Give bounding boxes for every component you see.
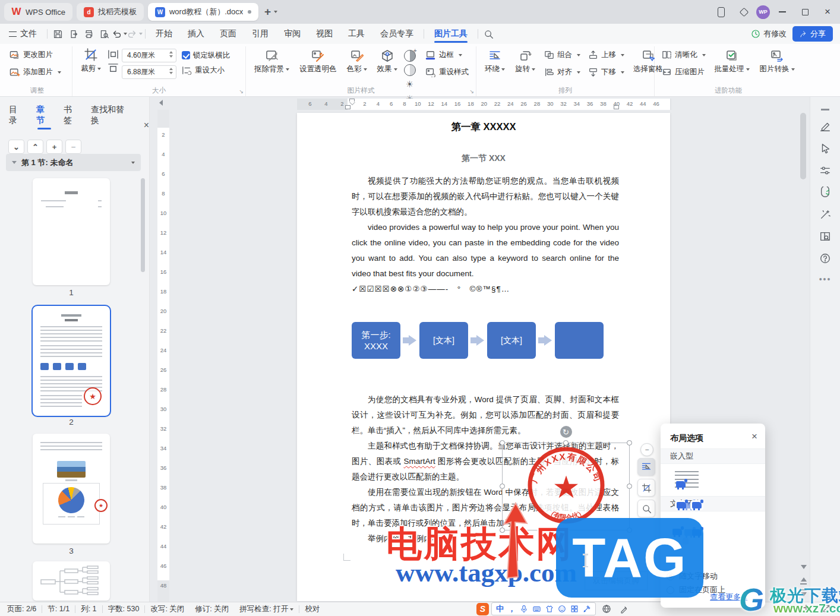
status-section[interactable]: 节: 1/1 — [42, 604, 75, 614]
section-menu-icon[interactable] — [131, 162, 135, 164]
section-up-button[interactable]: ⌃ — [27, 140, 43, 154]
tab-tools[interactable]: 工具 — [340, 24, 372, 44]
smartart[interactable]: 第一步:XXXX [文本] [文本] — [352, 322, 604, 359]
tab-home[interactable]: 开始 — [148, 24, 180, 44]
tab-document[interactable]: W word教程（新）.docx — [148, 3, 258, 21]
remove-background-button[interactable]: 抠除背景 — [251, 48, 293, 76]
color-button[interactable]: 色彩 — [343, 48, 371, 76]
set-transparent-button[interactable]: 设置透明色 — [296, 48, 340, 76]
page-thumbnail-2[interactable]: ★ — [33, 306, 110, 416]
sidebar-close-icon[interactable]: × — [144, 121, 149, 129]
status-word-count[interactable]: 字数: 530 — [103, 604, 145, 614]
page-thumbnail-1[interactable] — [33, 178, 110, 285]
right-indent-marker[interactable] — [614, 105, 619, 109]
page-thumbnail-4[interactable] — [33, 561, 110, 601]
tab-list-chevron-icon[interactable] — [274, 11, 277, 13]
sidebar-tab-bookmarks[interactable]: 书签 — [64, 105, 80, 129]
file-menu[interactable]: 文件 — [0, 24, 45, 44]
tab-insert[interactable]: 插入 — [180, 24, 212, 44]
ime-emoji-icon[interactable] — [558, 605, 566, 613]
section-add-button[interactable]: + — [46, 140, 62, 154]
handwriting-pencil-icon[interactable] — [620, 605, 629, 614]
border-button[interactable]: 边框 — [423, 48, 471, 62]
window-close-button[interactable]: × — [817, 4, 838, 20]
tab-page[interactable]: 页面 — [212, 24, 244, 44]
vertical-ruler[interactable]: 2468101214161820222426283032343638404244… — [157, 110, 169, 602]
bring-forward-button[interactable]: 上移 — [586, 48, 627, 62]
contrast-up-icon[interactable]: + — [404, 50, 416, 62]
modified-status[interactable]: 有修改 — [751, 29, 787, 39]
print-preview-button[interactable] — [96, 26, 112, 42]
panel-close-icon[interactable]: × — [751, 431, 757, 443]
compress-picture-button[interactable]: 压缩图片 — [659, 65, 708, 80]
sidebar-scrollbar[interactable] — [141, 178, 145, 272]
status-proofread[interactable]: 校对 — [299, 604, 325, 614]
sogou-logo-icon[interactable]: S — [476, 603, 489, 615]
size-expander-icon[interactable]: ↘ — [239, 89, 244, 94]
smartart-box-4[interactable] — [555, 322, 604, 359]
tab-view[interactable]: 视图 — [308, 24, 340, 44]
reset-size-button[interactable]: 重设大小 — [179, 65, 233, 75]
ime-punct-toggle[interactable]: ， — [508, 604, 516, 614]
effect-button[interactable]: 效果 — [374, 48, 401, 76]
left-indent-marker[interactable] — [345, 105, 350, 109]
batch-process-button[interactable]: 批量处理 — [711, 48, 753, 76]
redo-button[interactable] — [127, 26, 143, 42]
status-track-changes[interactable]: 修订: 关闭 — [190, 604, 234, 614]
panel-collapse-icon[interactable] — [159, 100, 163, 106]
group-button[interactable]: 组合 — [542, 48, 583, 62]
resize-handle[interactable] — [563, 440, 569, 446]
edit-pen-icon[interactable] — [819, 121, 831, 132]
share-button[interactable]: 分享 — [792, 26, 833, 42]
crop-button[interactable]: 裁剪 — [77, 48, 105, 75]
redo-chevron-icon[interactable] — [139, 33, 143, 35]
assistant-icon[interactable] — [819, 187, 831, 198]
rotate-button[interactable]: 旋转 — [511, 48, 539, 76]
float-crop-button[interactable] — [637, 479, 655, 497]
add-picture-button[interactable]: 添加图片 — [7, 65, 64, 80]
status-overwrite[interactable]: 改写: 关闭 — [145, 604, 190, 614]
clarify-button[interactable]: 清晰化 — [659, 48, 708, 62]
print-button[interactable] — [81, 26, 96, 42]
tab-picture-tools[interactable]: 图片工具 — [427, 24, 475, 44]
smartart-box-3[interactable]: [文本] — [487, 322, 536, 359]
page-thumbnail-3[interactable]: ★ — [33, 434, 110, 544]
ime-settings-icon[interactable] — [583, 605, 591, 613]
lock-aspect-checkbox[interactable]: 锁定纵横比 — [179, 50, 233, 61]
tab-reference[interactable]: 引用 — [244, 24, 276, 44]
height-input[interactable]: 6.88厘米 — [122, 65, 176, 79]
undo-button[interactable] — [112, 26, 127, 42]
resize-handle[interactable] — [500, 440, 505, 446]
tab-member[interactable]: 会员专享 — [372, 24, 421, 44]
save-button[interactable] — [50, 26, 65, 42]
tab-wps-home[interactable]: W WPS Office — [4, 3, 72, 21]
send-backward-button[interactable]: 下移 — [586, 65, 627, 80]
ime-mic-icon[interactable] — [520, 605, 528, 613]
width-icon[interactable] — [108, 49, 119, 59]
horizontal-ruler[interactable]: 6422468101214161820222426283032343638404… — [170, 99, 799, 110]
rotate-handle[interactable]: ↻ — [560, 426, 572, 438]
resize-handle[interactable] — [627, 484, 632, 489]
smartart-box-2[interactable]: [文本] — [419, 322, 468, 359]
workspace-cube-icon[interactable] — [734, 4, 754, 20]
section-down-button[interactable]: ⌄ — [8, 140, 24, 154]
wrap-button[interactable]: 环绕 — [481, 48, 509, 76]
tab-review[interactable]: 审阅 — [276, 24, 308, 44]
sidebar-tab-chapters[interactable]: 章节 — [36, 105, 52, 129]
status-column[interactable]: 列: 1 — [75, 604, 102, 614]
align-button[interactable]: 对齐 — [542, 65, 583, 80]
sidebar-tab-contents[interactable]: 目录 — [9, 105, 25, 129]
adjust-sliders-icon[interactable] — [819, 165, 831, 176]
select-cursor-icon[interactable] — [819, 143, 831, 154]
avatar[interactable]: WP — [756, 5, 770, 19]
window-minimize-button[interactable] — [772, 4, 792, 20]
wrap-option-inline[interactable] — [675, 471, 699, 490]
read-mode-icon[interactable] — [819, 230, 831, 242]
style-expander-icon[interactable]: ↘ — [469, 89, 474, 94]
ime-apps-icon[interactable] — [570, 605, 579, 613]
change-picture-button[interactable]: 更改图片 — [7, 48, 64, 62]
new-tab-button[interactable]: + — [264, 5, 271, 18]
float-wrap-button[interactable] — [637, 458, 655, 476]
window-maximize-button[interactable] — [795, 4, 815, 20]
hide-rail-icon[interactable] — [821, 109, 829, 110]
